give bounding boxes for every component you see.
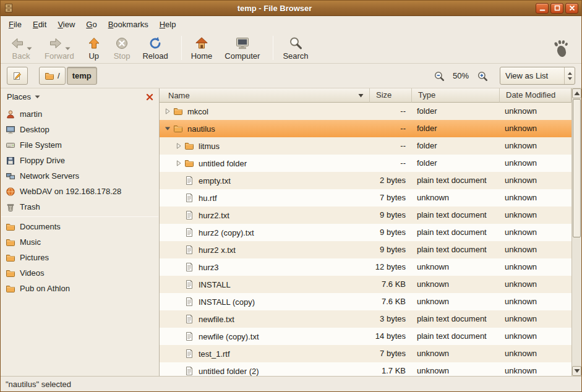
file-size: 2 bytes: [370, 172, 412, 189]
zoom-in-button[interactable]: [474, 67, 491, 85]
file-modified: unknown: [500, 328, 571, 345]
file-name: hurz2 x.txt: [199, 245, 236, 255]
file-name: litmus: [199, 142, 220, 151]
toolbar-search-button[interactable]: Search: [278, 34, 312, 62]
file-size: --: [370, 120, 412, 137]
path-button-root[interactable]: /: [39, 67, 66, 85]
titlebar[interactable]: temp - File Browser: [1, 1, 581, 16]
file-row-mkcol[interactable]: mkcol--folderunknown: [160, 103, 571, 120]
menu-bookmarks[interactable]: Bookmarks: [103, 16, 154, 33]
file-row-untitled-folder-2[interactable]: untitled folder (2)1.7 KBunknownunknown: [160, 362, 571, 376]
file-row-nautilus[interactable]: nautilus--folderunknown: [160, 120, 571, 137]
network-icon: [6, 171, 15, 181]
expander-collapsed[interactable]: [162, 108, 173, 115]
column-header-size[interactable]: Size: [370, 88, 412, 103]
place-label: Pub on Athlon: [20, 284, 70, 293]
file-type: folder: [412, 103, 500, 120]
vertical-scrollbar[interactable]: [571, 88, 581, 376]
file-name-cell: untitled folder: [160, 155, 370, 172]
toolbar-button-label: Home: [191, 51, 213, 61]
zoom-out-button[interactable]: [430, 67, 448, 85]
places-header[interactable]: Places: [1, 88, 159, 105]
toolbar-separator: [273, 36, 273, 60]
place-label: Videos: [20, 268, 45, 278]
expander-collapsed[interactable]: [173, 142, 184, 150]
place-webdav-on-192-168-178-28[interactable]: WebDAV on 192.168.178.28: [1, 184, 159, 199]
expander-collapsed[interactable]: [173, 160, 184, 167]
file-modified: unknown: [500, 362, 571, 376]
place-floppy-drive[interactable]: Floppy Drive: [1, 153, 159, 168]
file-size: 7.6 KB: [370, 276, 412, 293]
menu-view[interactable]: View: [52, 16, 80, 33]
place-pub-on-athlon[interactable]: Pub on Athlon: [1, 281, 159, 296]
places-close-button[interactable]: [144, 92, 155, 103]
dropdown-caret-icon: [65, 46, 71, 51]
minimize-button[interactable]: [536, 3, 549, 14]
file-row-hurz3[interactable]: hurz312 bytesunknownunknown: [160, 258, 571, 276]
file-row-empty-txt[interactable]: empty.txt2 bytesplain text documentunkno…: [160, 172, 571, 189]
file-row-test-1-rtf[interactable]: test_1.rtf7 bytesunknownunknown: [160, 345, 571, 362]
file-size: 7 bytes: [370, 189, 412, 207]
file-type: plain text document: [412, 328, 500, 345]
place-network-servers[interactable]: Network Servers: [1, 168, 159, 184]
toolbar-up-button[interactable]: Up: [82, 34, 106, 62]
path-button-temp[interactable]: temp: [67, 67, 97, 85]
view-selector-spinner[interactable]: [564, 67, 575, 84]
reload-icon: [148, 36, 163, 51]
place-music[interactable]: Music: [1, 234, 159, 250]
toolbar-button-label: Back: [12, 51, 30, 61]
scroll-up-button[interactable]: [572, 88, 581, 98]
file-row-newfile-copy-txt[interactable]: newfile (copy).txt14 bytesplain text doc…: [160, 328, 571, 345]
file-size: --: [370, 103, 412, 120]
file-name: newfile.txt: [199, 315, 234, 324]
user-home-icon: [6, 109, 15, 119]
toolbar-home-button[interactable]: Home: [187, 34, 217, 62]
place-trash[interactable]: Trash: [1, 199, 159, 215]
menu-edit[interactable]: Edit: [27, 16, 52, 33]
window-menu-icon[interactable]: [4, 3, 14, 13]
file-row-install-copy[interactable]: INSTALL (copy)7.6 KBunknownunknown: [160, 293, 571, 310]
file-size: 3 bytes: [370, 310, 412, 328]
folder-icon: [6, 253, 15, 263]
maximize-button[interactable]: [550, 3, 563, 14]
edit-location-button[interactable]: [7, 67, 28, 85]
file-row-install[interactable]: INSTALL7.6 KBunknownunknown: [160, 276, 571, 293]
scroll-handle[interactable]: [573, 99, 581, 237]
column-header-name[interactable]: Name: [160, 88, 370, 103]
expander-expanded[interactable]: [162, 125, 173, 132]
file-name-cell: empty.txt: [160, 172, 370, 189]
place-videos[interactable]: Videos: [1, 265, 159, 281]
file-row-newfile-txt[interactable]: newfile.txt3 bytesplain text documentunk…: [160, 310, 571, 328]
menu-help[interactable]: Help: [154, 16, 182, 33]
toolbar-reload-button[interactable]: Reload: [138, 34, 172, 62]
file-row-hu-rtf[interactable]: hu.rtf7 bytesunknownunknown: [160, 189, 571, 207]
toolbar-button-label: Up: [88, 51, 99, 61]
scroll-down-button[interactable]: [572, 366, 581, 376]
file-row-hurz2-txt[interactable]: hurz2.txt9 bytesplain text documentunkno…: [160, 207, 571, 224]
filesystem-icon: [6, 140, 15, 150]
column-header-type[interactable]: Type: [412, 88, 500, 103]
place-desktop[interactable]: Desktop: [1, 122, 159, 137]
file-type: plain text document: [412, 241, 500, 258]
place-documents[interactable]: Documents: [1, 219, 159, 234]
menu-file[interactable]: File: [3, 16, 27, 33]
file-row-hurz2-x-txt[interactable]: hurz2 x.txt9 bytesplain text documentunk…: [160, 241, 571, 258]
place-file-system[interactable]: File System: [1, 137, 159, 153]
place-pictures[interactable]: Pictures: [1, 250, 159, 265]
file-name: mkcol: [187, 107, 208, 116]
close-button[interactable]: [565, 3, 578, 14]
file-name-cell: hu.rtf: [160, 189, 370, 207]
toolbar-button-label: Computer: [225, 51, 260, 61]
file-row-hurz2-copy-txt[interactable]: hurz2 (copy).txt9 bytesplain text docume…: [160, 224, 571, 241]
window-title: temp - File Browser: [14, 4, 536, 13]
menu-go[interactable]: Go: [80, 16, 102, 33]
place-martin[interactable]: martin: [1, 106, 159, 122]
toolbar-computer-button[interactable]: Computer: [220, 34, 264, 62]
folder-icon: [6, 237, 15, 247]
file-row-untitled-folder[interactable]: untitled folder--folderunknown: [160, 155, 571, 172]
column-header-date-modified[interactable]: Date Modified: [500, 88, 571, 103]
file-modified: unknown: [500, 293, 571, 310]
view-selector[interactable]: View as List: [500, 67, 575, 85]
file-row-litmus[interactable]: litmus--folderunknown: [160, 137, 571, 155]
dropdown-caret-icon: [27, 46, 32, 51]
